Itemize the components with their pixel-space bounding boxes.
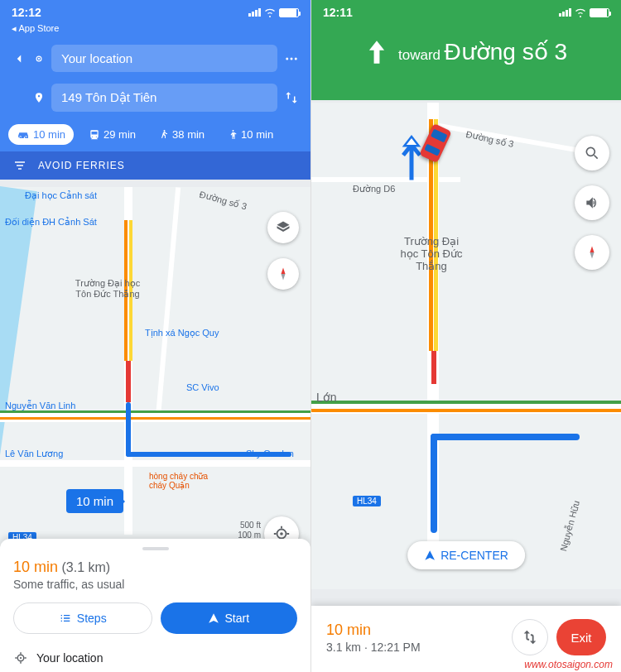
map-view-right[interactable]: Đường số 3 Đường D6 Trường Đại học Tôn Đ… [311,103,621,589]
label-dh-canh-sat: Đại học Cảnh sát [25,190,97,201]
compass-button[interactable] [267,258,299,290]
steps-button[interactable]: Steps [13,602,152,634]
mode-walk[interactable]: 38 min [151,124,213,145]
alternate-route-button[interactable] [512,619,548,655]
swap-icon[interactable] [284,90,299,105]
status-bar: 12:12 [0,0,310,23]
status-icons [559,7,609,17]
mode-transit[interactable]: 29 min [80,124,144,145]
traffic-red [431,351,436,384]
road-name: Đường số 3 [444,39,567,65]
label-d6: Đường D6 [353,184,395,194]
your-location-label: Your location [36,651,103,665]
traffic-orange-h [311,409,621,412]
sheet-footer: Your location [13,644,297,665]
status-icons [248,7,299,17]
wifi-icon [263,7,277,17]
svg-point-8 [20,657,22,659]
signal-icon [559,8,571,17]
screen-route-planner: 12:12 ◂ App Store Your location 149 Tôn … [0,0,310,672]
clock: 12:12 [12,6,41,19]
mode-car[interactable]: 10 min [8,124,74,145]
clock: 12:11 [323,6,353,19]
label-nh: Nguyễn Hữu [558,499,582,552]
compass-button[interactable] [575,235,609,270]
eta-row: 10 min (3.1 km) [13,559,297,576]
route-line-h [431,434,580,440]
eta-time: 10 min [13,559,58,575]
compass-icon [584,244,600,261]
direction-chevron-icon [399,132,424,182]
map-view-left[interactable]: Đại học Cảnh sát Đối diện ĐH Cảnh Sát Tr… [0,187,310,563]
walk-icon [159,129,169,141]
eta-time: 10 min [326,622,512,639]
label-nvl: Nguyễn Văn Linh [5,401,75,411]
label-hl34: HL34 [353,496,381,506]
list-icon [59,612,72,624]
car-marker [419,123,452,163]
svg-point-9 [586,147,595,156]
label-lvl: Lê Văn Lương [5,449,63,459]
label-truong-dh: Trường Đại học Tôn Đức Thắng [394,235,469,272]
action-buttons: Steps Start [13,602,297,634]
header-blue: 12:12 ◂ App Store Your location 149 Tôn … [0,0,310,180]
bottom-sheet-left[interactable]: 10 min (3.1 km) Some traffic, as usual S… [0,539,310,672]
rideshare-icon [228,129,238,141]
layers-button[interactable] [267,212,299,243]
scale-ft: 500 ft [240,521,261,530]
route-time-badge: 10 min [66,489,123,513]
svg-point-6 [280,532,283,535]
origin-icon [33,53,45,65]
crosshair-small-icon [13,650,28,665]
destination-row: 149 Tôn Dật Tiên [0,78,310,118]
watermark: www.otosaigon.com [524,659,613,670]
svg-point-1 [38,57,40,59]
traffic-orange-h [0,417,310,420]
exit-button[interactable]: Exit [556,619,606,655]
origin-row: Your location [0,39,310,78]
battery-icon [279,8,299,17]
mode-rideshare[interactable]: 10 min [219,124,282,145]
label-truong-dh: Trường Đại học Tôn Đức Thắng [75,278,141,300]
label-doi-dien: Đối diện ĐH Cảnh Sát [5,217,97,228]
transport-modes: 10 min 29 min 38 min 10 min [0,118,310,151]
label-tinh-xa: Tịnh xá Ngọc Quy [145,328,219,338]
svg-point-4 [295,57,297,60]
label-phong-chay: hòng cháy chữa cháy Quận [149,472,224,490]
traffic-red [126,361,131,402]
label-sky: Sky Garden [246,449,294,458]
arrow-up-icon [365,39,388,65]
recenter-button[interactable]: RE-CENTER [407,541,525,569]
label-lon: Lớn [316,391,337,404]
header-green: 12:11 toward Đường số 3 [311,0,621,100]
back-to-app[interactable]: ◂ App Store [0,23,310,39]
eta-detail: 3.1 km · 12:21 PM [326,641,512,654]
route-line-v [126,402,131,457]
svg-point-3 [291,57,293,60]
start-button[interactable]: Start [161,602,298,634]
transit-icon [89,129,100,141]
back-icon[interactable] [12,51,26,66]
alt-route-icon [521,628,539,646]
origin-input[interactable]: Your location [51,45,277,72]
more-icon[interactable] [284,51,299,66]
search-button[interactable] [575,136,609,170]
filter-icon [13,160,26,171]
signal-icon [248,8,261,17]
sound-button[interactable] [575,185,609,220]
nav-icon [208,612,219,624]
eta-dist: (3.1 km) [61,560,110,574]
traffic-green-h [311,401,621,404]
avoid-ferries-bar[interactable]: AVOID FERRIES [0,151,310,180]
screen-navigation: 12:11 toward Đường số 3 [310,0,621,672]
eta-info: 10 min 3.1 km · 12:21 PM [326,622,512,654]
toward-label: toward [398,47,440,63]
nav-instruction[interactable]: toward Đường số 3 [311,23,621,80]
nav-arrow-icon [424,550,436,561]
search-icon [584,145,600,161]
wifi-icon [574,7,587,17]
destination-input[interactable]: 149 Tôn Dật Tiên [51,84,277,112]
compass-icon [275,266,291,282]
drag-handle[interactable] [142,547,169,550]
battery-icon [590,8,609,17]
